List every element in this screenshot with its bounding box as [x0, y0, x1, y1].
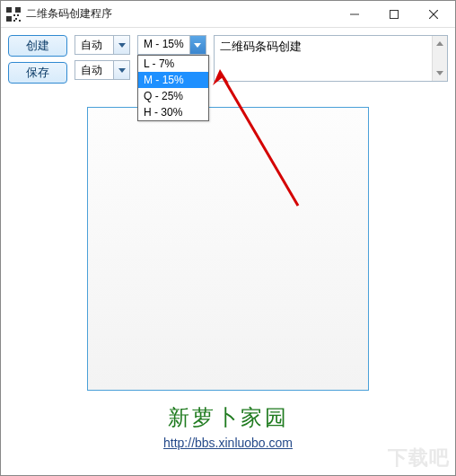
svg-rect-1: [15, 7, 21, 13]
save-button[interactable]: 保存: [8, 62, 67, 84]
ecc-combo-value: M - 15%: [138, 36, 189, 54]
chevron-down-icon[interactable]: [189, 36, 206, 54]
size-combo-1[interactable]: 自动: [75, 35, 130, 55]
ecc-option-q[interactable]: Q - 25%: [138, 88, 208, 104]
minimize-button[interactable]: [335, 2, 374, 27]
titlebar: 二维条码创建程序: [1, 1, 455, 28]
chevron-down-icon[interactable]: [113, 36, 129, 54]
site-link[interactable]: http://bbs.xinluobo.com: [163, 436, 293, 450]
textbox-scrollbar[interactable]: [432, 36, 447, 81]
svg-rect-2: [6, 16, 12, 22]
ecc-option-h[interactable]: H - 30%: [138, 104, 208, 120]
qr-preview-canvas: [87, 107, 369, 391]
site-title: 新萝卜家园: [8, 403, 448, 432]
svg-rect-4: [17, 14, 19, 16]
svg-rect-9: [390, 10, 399, 18]
svg-rect-0: [6, 7, 12, 13]
size-combo-2-value: 自动: [75, 61, 113, 79]
scroll-down-icon[interactable]: [433, 66, 447, 81]
ecc-dropdown: L - 7% M - 15% Q - 25% H - 30%: [137, 55, 209, 121]
svg-rect-7: [13, 20, 15, 22]
footer: 新萝卜家园 http://bbs.xinluobo.com: [8, 403, 448, 450]
ecc-combo[interactable]: M - 15% L - 7% M - 15% Q - 25% H - 30%: [137, 35, 206, 55]
window-title: 二维条码创建程序: [26, 6, 335, 22]
svg-rect-3: [13, 14, 15, 16]
input-textbox[interactable]: 二维码条码创建: [214, 35, 448, 82]
maximize-button[interactable]: [374, 2, 414, 27]
size-combo-1-value: 自动: [75, 36, 113, 54]
input-text[interactable]: 二维码条码创建: [215, 36, 432, 81]
app-icon: [6, 7, 21, 22]
create-button[interactable]: 创建: [8, 35, 67, 57]
close-button[interactable]: [414, 2, 453, 27]
chevron-down-icon[interactable]: [113, 61, 129, 79]
ecc-option-l[interactable]: L - 7%: [138, 56, 208, 72]
size-combo-2[interactable]: 自动: [75, 60, 130, 80]
scroll-up-icon[interactable]: [433, 36, 447, 51]
ecc-option-m[interactable]: M - 15%: [138, 72, 208, 88]
top-row: 创建 保存 自动 自动 M - 15% L - 7% M - 15% Q - 2…: [8, 35, 448, 84]
svg-rect-6: [19, 20, 21, 22]
svg-rect-5: [15, 18, 17, 20]
content: 创建 保存 自动 自动 M - 15% L - 7% M - 15% Q - 2…: [1, 28, 455, 457]
